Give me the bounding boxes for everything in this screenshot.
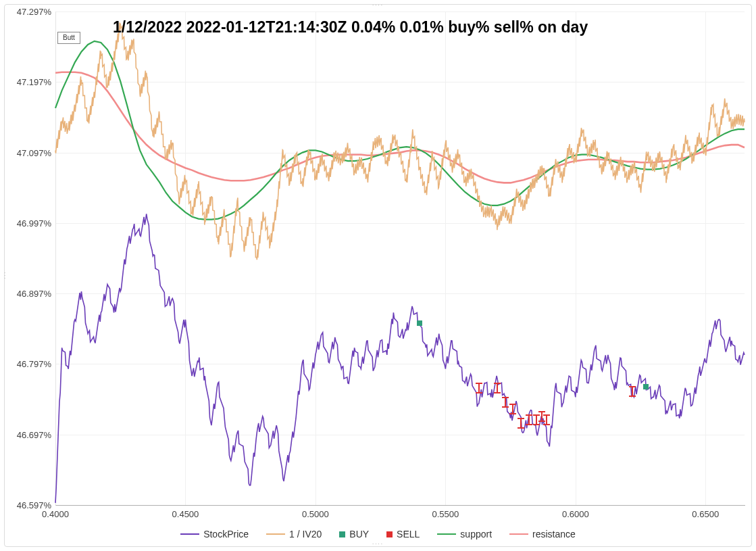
legend-item-sell[interactable]: SELL (386, 529, 420, 540)
legend-label: BUY (349, 529, 369, 540)
buy-marker (643, 384, 649, 389)
legend-label: 1 / IV20 (289, 529, 322, 540)
legend-label: support (460, 529, 492, 540)
legend-label: resistance (532, 529, 576, 540)
legend-item-support[interactable]: support (437, 529, 492, 540)
sell-marker (476, 383, 482, 393)
legend-item-resistance[interactable]: resistance (509, 529, 576, 540)
chart-menu-button[interactable]: Butt (57, 32, 80, 44)
legend-label: SELL (397, 529, 420, 540)
legend-item-buy[interactable]: BUY (339, 529, 369, 540)
sell-marker (494, 383, 501, 393)
sell-marker (518, 418, 524, 429)
legend-item-1-iv20[interactable]: 1 / IV20 (266, 529, 322, 540)
legend-swatch-line (437, 533, 456, 535)
legend-item-stockprice[interactable]: StockPrice (180, 529, 249, 540)
legend-swatch-marker (339, 531, 345, 537)
sell-marker (543, 414, 550, 425)
series-1-iv20 (55, 22, 745, 260)
series-resistance (55, 72, 745, 183)
sell-marker (526, 414, 532, 425)
legend-swatch-line (266, 533, 285, 535)
legend-label: StockPrice (203, 529, 249, 540)
buy-marker (417, 320, 422, 326)
legend: StockPrice1 / IV20BUYSELLsupportresistan… (5, 529, 751, 540)
sell-marker (502, 397, 509, 408)
plot-area[interactable] (5, 5, 753, 548)
series-stockprice (55, 214, 745, 503)
legend-swatch-line (509, 533, 528, 535)
sell-marker (629, 386, 636, 397)
legend-swatch-marker (386, 531, 393, 537)
chart-frame[interactable]: ···· ···· ··· 46.597%46.697%46.797%46.89… (4, 4, 752, 547)
sell-marker (509, 404, 516, 414)
legend-swatch-line (180, 533, 199, 535)
